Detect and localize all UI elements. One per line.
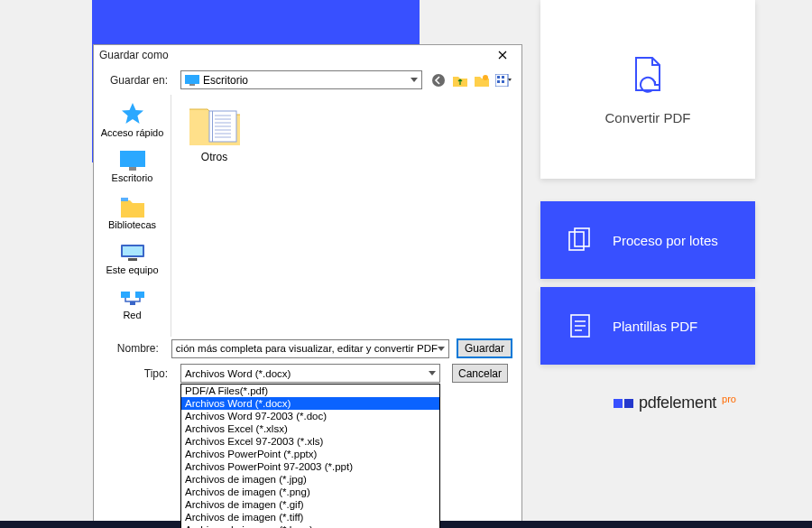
filetype-combo[interactable]: Archivos Word (*.docx) PDF/A Files(*.pdf… xyxy=(180,364,440,383)
card-batch[interactable]: Proceso por lotes xyxy=(540,201,755,279)
new-folder-button[interactable] xyxy=(473,71,491,89)
svg-rect-3 xyxy=(185,75,199,84)
place-desktop[interactable]: Escritorio xyxy=(98,147,166,187)
close-icon xyxy=(498,51,507,60)
svg-rect-17 xyxy=(128,258,137,261)
svg-rect-20 xyxy=(130,301,135,305)
view-menu-button[interactable] xyxy=(494,71,512,89)
libraries-icon xyxy=(120,196,145,218)
filetype-option[interactable]: Archivos de imagen (*.jpg) xyxy=(181,473,439,486)
batch-icon xyxy=(567,227,593,254)
filetype-option[interactable]: Archivos Word 97-2003 (*.doc) xyxy=(181,410,439,422)
folder-item[interactable]: Otros xyxy=(180,102,248,163)
chevron-down-icon xyxy=(429,371,436,375)
close-button[interactable] xyxy=(489,45,516,65)
card-convert-pdf[interactable]: Convertir PDF xyxy=(540,0,755,179)
dialog-title: Guardar como xyxy=(99,49,169,61)
brand-name: pdfelement xyxy=(639,394,716,412)
save-as-dialog: Guardar como Guardar en: Escritorio xyxy=(93,44,522,523)
filetype-option[interactable]: Archivos Word (*.docx) xyxy=(181,397,439,410)
chevron-down-icon xyxy=(438,347,445,351)
places-bar: Acceso rápido Escritorio Bibliotecas Est… xyxy=(94,95,171,337)
brand-squares-icon xyxy=(614,399,633,408)
filetype-value: Archivos Word (*.docx) xyxy=(185,368,291,379)
place-quick-access[interactable]: Acceso rápido xyxy=(98,98,166,142)
lookin-value: Escritorio xyxy=(203,74,248,87)
place-libraries[interactable]: Bibliotecas xyxy=(98,192,166,234)
svg-rect-18 xyxy=(121,292,130,298)
card-templates[interactable]: Plantillas PDF xyxy=(540,287,755,365)
dialog-titlebar: Guardar como xyxy=(94,45,521,65)
file-pane[interactable]: Otros xyxy=(171,95,521,337)
card-convert-label: Convertir PDF xyxy=(604,110,690,125)
svg-rect-19 xyxy=(135,292,144,298)
filetype-option[interactable]: Archivos de imagen (*.gif) xyxy=(181,498,439,511)
view-menu-icon xyxy=(495,74,512,87)
filename-label: Nombre: xyxy=(103,342,164,355)
svg-rect-4 xyxy=(189,84,195,86)
desktop-icon xyxy=(120,151,145,171)
svg-rect-16 xyxy=(123,246,143,255)
chevron-down-icon xyxy=(411,78,418,82)
filetype-option[interactable]: Archivos de imagen (*.png) xyxy=(181,486,439,498)
place-this-pc[interactable]: Este equipo xyxy=(98,239,166,279)
folder-item-label: Otros xyxy=(201,151,227,163)
filename-value: ción más completa para visualizar, edita… xyxy=(176,343,438,354)
lookin-label: Guardar en: xyxy=(103,74,173,87)
templates-icon xyxy=(567,312,593,339)
card-batch-label: Proceso por lotes xyxy=(613,233,718,248)
folder-up-icon xyxy=(453,74,467,87)
filetype-option[interactable]: PDF/A Files(*.pdf) xyxy=(181,384,439,397)
svg-rect-0 xyxy=(569,232,584,250)
svg-rect-22 xyxy=(212,111,213,142)
svg-rect-11 xyxy=(502,80,504,83)
filetype-option[interactable]: Archivos Excel 97-2003 (*.xls) xyxy=(181,435,439,448)
filetype-option[interactable]: Archivos de imagen (*.bmp) xyxy=(181,523,439,528)
filetype-dropdown[interactable]: PDF/A Files(*.pdf)Archivos Word (*.docx)… xyxy=(180,384,440,528)
filetype-label: Tipo: xyxy=(103,367,173,380)
svg-rect-1 xyxy=(575,228,589,246)
svg-rect-8 xyxy=(497,76,500,79)
cancel-button[interactable]: Cancelar xyxy=(452,364,508,383)
svg-point-6 xyxy=(483,75,488,80)
new-folder-icon xyxy=(475,74,489,87)
brand-suffix: pro xyxy=(722,394,736,404)
up-button[interactable] xyxy=(451,71,469,89)
place-network[interactable]: Red xyxy=(98,284,166,324)
folder-icon xyxy=(188,102,242,147)
svg-rect-13 xyxy=(129,167,136,171)
filetype-option[interactable]: Archivos PowerPoint (*.pptx) xyxy=(181,448,439,460)
svg-rect-10 xyxy=(497,80,500,83)
filename-input[interactable]: ción más completa para visualizar, edita… xyxy=(171,339,449,358)
brand-logo: pdfelement pro xyxy=(614,394,736,412)
back-button[interactable] xyxy=(429,71,448,89)
svg-rect-12 xyxy=(120,151,145,167)
svg-point-5 xyxy=(432,74,445,87)
card-templates-label: Plantillas PDF xyxy=(613,319,697,334)
svg-rect-9 xyxy=(502,76,504,79)
filetype-option[interactable]: Archivos de imagen (*.tiff) xyxy=(181,511,439,523)
lookin-combo[interactable]: Escritorio xyxy=(180,70,422,89)
doc-arrow-icon xyxy=(628,54,668,94)
filetype-option[interactable]: Archivos PowerPoint 97-2003 (*.ppt) xyxy=(181,460,439,473)
save-button[interactable]: Guardar xyxy=(457,338,512,358)
back-icon xyxy=(431,73,446,88)
filetype-option[interactable]: Archivos Excel (*.xlsx) xyxy=(181,422,439,435)
network-icon xyxy=(119,288,146,308)
desktop-icon xyxy=(185,75,199,86)
nav-toolbar xyxy=(429,71,512,89)
svg-rect-14 xyxy=(121,198,128,201)
star-icon xyxy=(120,102,145,125)
pc-icon xyxy=(119,243,146,263)
